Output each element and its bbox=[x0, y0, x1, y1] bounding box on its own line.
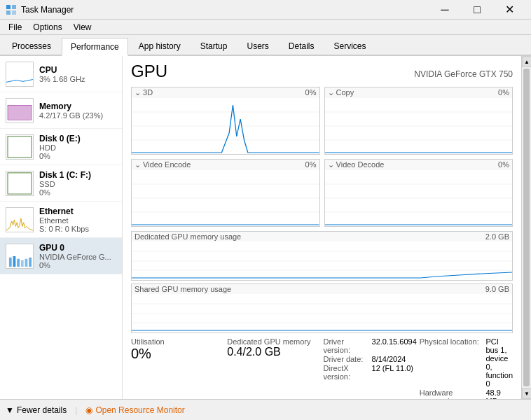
directx-label: DirectX version: bbox=[324, 364, 368, 381]
phys-loc-value: PCI bus 1, device 0, function 0 bbox=[485, 337, 513, 388]
sidebar-item-gpu0[interactable]: GPU 0 NVIDIA GeForce G... 0% bbox=[0, 238, 122, 274]
gpu0-mini-graph bbox=[6, 244, 34, 269]
graph-encode-label: ⌄ Video Encode bbox=[135, 160, 191, 169]
sidebar: CPU 3% 1.68 GHz Memory 4.2/17.9 GB (23%) bbox=[0, 56, 123, 399]
sidebar-item-memory[interactable]: Memory 4.2/17.9 GB (23%) bbox=[0, 92, 122, 129]
scrollbar[interactable]: ▲ ▼ bbox=[521, 56, 531, 399]
tab-processes[interactable]: Processes bbox=[3, 36, 60, 55]
cpu-sub: 3% 1.68 GHz bbox=[39, 75, 116, 83]
tab-users[interactable]: Users bbox=[237, 36, 277, 55]
scroll-up-button[interactable]: ▲ bbox=[522, 56, 531, 67]
menu-file[interactable]: File bbox=[3, 21, 27, 34]
gpu-title: GPU bbox=[131, 62, 167, 81]
shared-mem-max: 9.0 GB bbox=[485, 285, 509, 293]
fewer-details-button[interactable]: ▼ Fewer details bbox=[6, 405, 67, 415]
tab-performance[interactable]: Performance bbox=[62, 38, 128, 56]
disk1-mini-graph bbox=[6, 171, 34, 196]
ded-mem-value: 0.4/2.0 GB bbox=[227, 346, 320, 358]
shared-mem-label: Shared GPU memory usage bbox=[135, 285, 231, 293]
gpu-panel: GPU NVIDIA GeForce GTX 750 ⌄ 3D 0% bbox=[123, 56, 521, 399]
disk0-info: Disk 0 (E:) HDD 0% bbox=[39, 134, 116, 160]
gpu-graphs-grid: ⌄ 3D 0% ⌄ Copy bbox=[131, 87, 513, 227]
menu-view[interactable]: View bbox=[68, 21, 97, 34]
graph-copy-pct: 0% bbox=[498, 88, 509, 97]
disk1-sub1: SSD bbox=[39, 180, 116, 188]
ethernet-mini-graph bbox=[6, 207, 34, 232]
stat-utilisation: Utilisation 0% bbox=[131, 337, 224, 399]
stat-physical-info: Physical location: PCI bus 1, device 0, … bbox=[420, 337, 513, 399]
graph-copy-header: ⌄ Copy 0% bbox=[325, 88, 513, 98]
tab-startup[interactable]: Startup bbox=[191, 36, 237, 55]
svg-rect-0 bbox=[6, 5, 11, 9]
shared-mem-area bbox=[132, 294, 512, 332]
sidebar-item-disk0[interactable]: Disk 0 (E:) HDD 0% bbox=[0, 129, 122, 165]
sidebar-item-ethernet[interactable]: Ethernet Ethernet S: 0 R: 0 Kbps bbox=[0, 202, 122, 238]
tab-services[interactable]: Services bbox=[325, 36, 375, 55]
app-title: Task Manager bbox=[21, 5, 74, 15]
minimize-button[interactable]: ─ bbox=[429, 0, 461, 20]
graph-encode-header: ⌄ Video Encode 0% bbox=[132, 160, 319, 170]
bottom-bar: ▼ Fewer details | ◉ Open Resource Monito… bbox=[0, 399, 531, 420]
driver-date-label: Driver date: bbox=[324, 355, 368, 363]
ethernet-info: Ethernet Ethernet S: 0 R: 0 Kbps bbox=[39, 206, 116, 233]
window-controls: ─ □ ✕ bbox=[429, 0, 525, 20]
graph-3d-label: ⌄ 3D bbox=[135, 88, 153, 97]
gpu-model: NVIDIA GeForce GTX 750 bbox=[414, 69, 513, 79]
disk0-mini-graph bbox=[6, 134, 34, 160]
svg-rect-11 bbox=[13, 256, 16, 267]
graph-decode-label: ⌄ Video Decode bbox=[328, 160, 385, 169]
disk0-sub1: HDD bbox=[39, 144, 116, 152]
svg-rect-2 bbox=[6, 10, 11, 15]
gpu0-info: GPU 0 NVIDIA GeForce G... 0% bbox=[39, 243, 116, 270]
tab-details[interactable]: Details bbox=[280, 36, 324, 55]
ethernet-name: Ethernet bbox=[39, 206, 116, 216]
maximize-button[interactable]: □ bbox=[461, 0, 493, 20]
chevron-down-icon: ▼ bbox=[6, 405, 14, 415]
gpu0-name: GPU 0 bbox=[39, 243, 116, 253]
svg-rect-10 bbox=[9, 257, 12, 266]
title-bar-left: Task Manager bbox=[6, 4, 74, 15]
svg-rect-6 bbox=[8, 105, 32, 120]
cpu-name: CPU bbox=[39, 65, 116, 75]
scroll-thumb[interactable] bbox=[523, 69, 530, 386]
phys-loc-label: Physical location: bbox=[420, 337, 482, 388]
cpu-info: CPU 3% 1.68 GHz bbox=[39, 65, 116, 83]
cpu-mini-graph bbox=[6, 62, 34, 87]
title-bar: Task Manager ─ □ ✕ bbox=[0, 0, 531, 20]
scroll-down-button[interactable]: ▼ bbox=[522, 388, 531, 399]
graph-decode-area bbox=[325, 170, 513, 226]
ethernet-sub1: Ethernet bbox=[39, 216, 116, 225]
tab-bar: Processes Performance App history Startu… bbox=[0, 35, 531, 56]
open-resource-monitor-button[interactable]: ◉ Open Resource Monitor bbox=[85, 405, 184, 415]
stat-dedicated-mem: Dedicated GPU memory 0.4/2.0 GB bbox=[227, 337, 320, 399]
memory-mini-graph bbox=[6, 98, 34, 123]
tab-app-history[interactable]: App history bbox=[130, 36, 190, 55]
graph-video-encode: ⌄ Video Encode 0% bbox=[131, 159, 320, 227]
graph-copy-area bbox=[325, 98, 513, 154]
dedicated-mem-label: Dedicated GPU memory usage bbox=[135, 232, 241, 241]
disk1-pct: 0% bbox=[39, 188, 116, 197]
memory-name: Memory bbox=[39, 102, 116, 111]
disk0-pct: 0% bbox=[39, 152, 116, 160]
graph-shared-mem: Shared GPU memory usage 9.0 GB bbox=[131, 284, 513, 333]
main-content: CPU 3% 1.68 GHz Memory 4.2/17.9 GB (23%) bbox=[0, 56, 531, 399]
svg-rect-3 bbox=[12, 10, 16, 15]
disk1-name: Disk 1 (C: F:) bbox=[39, 170, 116, 180]
graph-3d-header: ⌄ 3D 0% bbox=[132, 88, 319, 98]
gpu0-sub1: NVIDIA GeForce G... bbox=[39, 253, 116, 261]
svg-rect-13 bbox=[21, 260, 24, 266]
driver-ver-value: 32.0.15.6094 bbox=[372, 337, 417, 354]
sidebar-item-cpu[interactable]: CPU 3% 1.68 GHz bbox=[0, 56, 122, 92]
menu-options[interactable]: Options bbox=[27, 21, 67, 34]
stat-driver-info: Driver version: 32.0.15.6094 Driver date… bbox=[324, 337, 417, 399]
svg-rect-15 bbox=[29, 257, 32, 266]
close-button[interactable]: ✕ bbox=[493, 0, 525, 20]
dedicated-mem-header: Dedicated GPU memory usage 2.0 GB bbox=[132, 232, 512, 241]
disk0-name: Disk 0 (E:) bbox=[39, 134, 116, 144]
hw-reserved-value: 48.9 MB bbox=[485, 388, 513, 399]
graph-3d-area bbox=[132, 98, 319, 154]
sidebar-item-disk1[interactable]: Disk 1 (C: F:) SSD 0% bbox=[0, 165, 122, 202]
shared-mem-header: Shared GPU memory usage 9.0 GB bbox=[132, 284, 512, 294]
open-monitor-label: Open Resource Monitor bbox=[95, 405, 184, 415]
graph-encode-area bbox=[132, 170, 319, 226]
